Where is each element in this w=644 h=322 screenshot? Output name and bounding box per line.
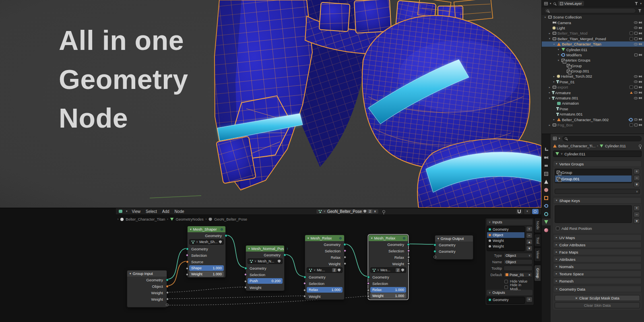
- eye-icon[interactable]: [634, 97, 638, 99]
- expander-icon[interactable]: ▸: [552, 80, 556, 83]
- checkbox-icon[interactable]: [630, 31, 633, 35]
- outliner-row[interactable]: Light: [542, 25, 644, 31]
- chevron-down-icon[interactable]: ▾: [559, 137, 560, 140]
- node-header[interactable]: ▾ Group Input: [127, 270, 167, 277]
- list-item[interactable]: Geometry: [487, 227, 524, 232]
- eye-icon[interactable]: [634, 21, 638, 24]
- screen-toggle-icon[interactable]: [634, 32, 638, 35]
- collapse-icon[interactable]: ▾: [371, 237, 373, 240]
- node-mesh-relax-1[interactable]: ▾ Mesh_Relax Geometry Selection Relax We…: [305, 235, 345, 300]
- hide-in-modifier-checkbox[interactable]: Hide in Modi...: [487, 284, 533, 290]
- tab-output[interactable]: [542, 162, 551, 169]
- active-group-dropdown[interactable]: ∨: [555, 189, 640, 194]
- outliner-row[interactable]: ▾ Modifiers: [542, 52, 644, 58]
- eye-icon[interactable]: [634, 91, 638, 94]
- remove-button[interactable]: −: [634, 212, 640, 217]
- node-header[interactable]: ▾ Mesh_Relax: [369, 235, 408, 241]
- tab-object-data[interactable]: [542, 219, 551, 225]
- section-attributes[interactable]: ▸ Attributes: [553, 256, 642, 262]
- expander-icon[interactable]: ▸: [552, 118, 556, 121]
- inputs-panel-header[interactable]: ∨ Inputs: [487, 219, 533, 225]
- section-texture-space[interactable]: ▸ Texture Space: [553, 270, 642, 277]
- outliner-row[interactable]: ▸ Belter_Titan_Mod: [542, 31, 644, 36]
- add-button[interactable]: +: [634, 205, 640, 211]
- tab-modifiers[interactable]: [542, 202, 551, 209]
- geometry-socket[interactable]: [225, 234, 227, 237]
- collapse-icon[interactable]: ▾: [438, 237, 439, 240]
- fake-user-shield-icon[interactable]: [219, 240, 222, 244]
- node-group-input[interactable]: ▾ Group Input Geometry Object Weight Wei…: [127, 270, 167, 308]
- camera-toggle-icon[interactable]: [639, 27, 642, 29]
- node-mesh-shaper[interactable]: ▾ Mesh_Shaper Geometry ∨ Mesh_Sh... Geom…: [187, 226, 226, 278]
- node-mesh-normal-push[interactable]: ▾ Mesh_Normal_Pus Geometry ∨ Mesh_N... G…: [246, 245, 285, 291]
- outliner-row[interactable]: ▾ Scene Collection: [542, 14, 644, 20]
- list-item-selected[interactable]: Object: [487, 232, 524, 238]
- add-rest-position-checkbox[interactable]: Add Rest Position: [555, 225, 640, 231]
- checkbox-icon[interactable]: [630, 123, 633, 127]
- outliner-row[interactable]: ▸ Belter_Character_Titan.002: [542, 117, 644, 122]
- screen-toggle-icon[interactable]: [634, 54, 638, 56]
- camera-toggle-icon[interactable]: [639, 80, 642, 83]
- expander-icon[interactable]: ▾: [557, 48, 560, 51]
- virtual-socket[interactable]: [166, 303, 169, 306]
- outliner-row[interactable]: Camera: [542, 20, 644, 25]
- camera-toggle-icon[interactable]: [639, 32, 642, 35]
- geometry-socket[interactable]: [186, 248, 189, 250]
- tab-object[interactable]: [542, 194, 551, 201]
- expander-icon[interactable]: ▾: [548, 37, 551, 40]
- tab-node[interactable]: Node: [534, 218, 541, 233]
- outliner-row[interactable]: Group: [542, 63, 644, 68]
- shape-key-list[interactable]: [555, 205, 632, 223]
- clear-sculpt-mask-button[interactable]: × Clear Sculpt Mask Data: [555, 295, 640, 301]
- geometry-socket[interactable]: [433, 250, 436, 253]
- screen-toggle-icon[interactable]: [634, 37, 638, 40]
- virtual-socket[interactable]: [433, 256, 436, 258]
- expander-icon[interactable]: ▸: [548, 91, 551, 94]
- outliner-row-active[interactable]: ▾ Belter_Character_Titan: [542, 41, 644, 47]
- checkbox-icon[interactable]: [630, 85, 633, 89]
- push-value-slider[interactable]: Push0.200: [248, 278, 283, 284]
- tab-view-layer[interactable]: [542, 170, 551, 177]
- chevron-down-icon[interactable]: ▾: [640, 2, 642, 5]
- geometry-socket[interactable]: [367, 276, 370, 279]
- node-mesh-relax-2[interactable]: ▾ Mesh_Relax Geometry Selection Relax We…: [368, 235, 408, 299]
- breadcrumb-object[interactable]: Belter_Character_Ti...: [558, 144, 596, 148]
- node-header[interactable]: ▾ Mesh_Normal_Pus: [246, 246, 284, 252]
- tab-physics[interactable]: [542, 211, 551, 217]
- list-item[interactable]: Weight: [487, 238, 524, 244]
- node-header[interactable]: ▾ Group Output: [435, 235, 473, 242]
- collapse-icon[interactable]: ▾: [308, 237, 309, 240]
- outliner-row[interactable]: ▾ Belter_Titan_Merged_Posed: [542, 36, 644, 41]
- node-datablock-dropdown[interactable]: ∨ Mesh_Sh...: [189, 239, 224, 245]
- tab-scene[interactable]: [542, 178, 551, 185]
- tab-tool[interactable]: [542, 146, 551, 153]
- geometry-socket[interactable]: [303, 276, 306, 279]
- tab-world[interactable]: [542, 186, 551, 193]
- geometry-socket[interactable]: [407, 243, 410, 246]
- expander-icon[interactable]: ▸: [552, 75, 556, 78]
- move-up-button[interactable]: ▴: [526, 239, 533, 245]
- eye-icon[interactable]: [634, 80, 638, 83]
- outliner-row[interactable]: ▸ Helmet_Torch.002: [542, 74, 644, 79]
- remove-button[interactable]: −: [526, 233, 533, 238]
- checkbox-icon[interactable]: [630, 37, 633, 41]
- camera-toggle-icon[interactable]: [639, 75, 642, 78]
- specials-menu-button[interactable]: ▾: [634, 218, 640, 224]
- eye-icon[interactable]: [634, 118, 638, 121]
- section-shape-keys[interactable]: ▾ Shape Keys: [553, 197, 642, 204]
- outliner-row[interactable]: ▸ Fog_Box: [542, 122, 644, 128]
- fake-user-shield-icon[interactable]: [278, 260, 281, 263]
- collapse-icon[interactable]: ▾: [190, 228, 192, 231]
- remove-button[interactable]: −: [634, 175, 640, 181]
- section-normals[interactable]: ▸ Normals: [553, 263, 642, 270]
- camera-toggle-icon[interactable]: [639, 43, 642, 45]
- list-item[interactable]: Weight: [487, 244, 524, 249]
- list-item[interactable]: Geometry: [487, 297, 524, 303]
- screen-toggle-icon[interactable]: [634, 86, 638, 89]
- geometry-node-editor[interactable]: ▾ View Select Add Node ∨ GeoN_Belter_Pos…: [0, 208, 541, 322]
- shape-value-slider[interactable]: Shape1.000: [189, 265, 224, 271]
- outliner-row[interactable]: ▾ Vertex Groups: [542, 58, 644, 63]
- search-icon[interactable]: [553, 2, 556, 5]
- outliner-row[interactable]: ▸ export: [542, 85, 644, 90]
- tab-group[interactable]: Group: [534, 265, 541, 281]
